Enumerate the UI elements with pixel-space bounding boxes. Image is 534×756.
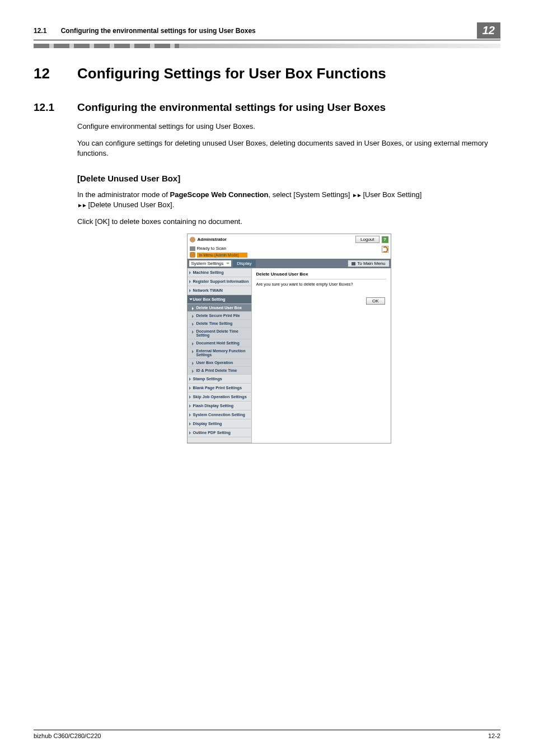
sidebar-subitem[interactable]: Document Hold Setting: [188, 339, 251, 347]
user-icon: [190, 237, 195, 242]
chapter-badge: 12: [477, 22, 500, 39]
sidebar-item[interactable]: Flash Display Setting: [188, 402, 251, 410]
paragraph-1: Configure environmental settings for usi…: [77, 122, 500, 132]
shot-topbar: Administrator Logout ?: [188, 234, 391, 245]
sidebar-item[interactable]: Outline PDF Setting: [188, 428, 251, 437]
sidebar-item-expanded[interactable]: User Box Setting: [188, 295, 251, 304]
footer-model: bizhub C360/C280/C220: [34, 732, 101, 739]
content-text: Are you sure you want to delete empty Us…: [256, 282, 386, 287]
subheading: [Delete Unused User Box]: [77, 174, 500, 183]
sidebar-item[interactable]: Display Setting: [188, 419, 251, 428]
mode-indicator: In Menu (Admin Mode): [197, 253, 247, 258]
page-footer: bizhub C360/C280/C220 12-2: [34, 730, 500, 739]
status-ready: Ready to Scan: [197, 246, 226, 251]
help-button[interactable]: ?: [382, 236, 388, 243]
section-title: Configuring the environmental settings f…: [77, 101, 386, 113]
logout-button[interactable]: Logout: [355, 236, 379, 243]
sidebar-spacer: [188, 437, 251, 443]
sidebar-item[interactable]: System Connection Setting: [188, 410, 251, 419]
footer-page: 12-2: [488, 732, 500, 739]
printer-icon: [190, 246, 195, 251]
page-header: 12.1 Configuring the environmental setti…: [34, 22, 500, 40]
sidebar-subitem[interactable]: User Box Operation: [188, 359, 251, 367]
admin-label: Administrator: [198, 237, 227, 242]
sidebar-item[interactable]: Network TWAIN: [188, 286, 251, 295]
sidebar-subitem[interactable]: ID & Print Delete Time: [188, 367, 251, 375]
section-heading: 12.1Configuring the environmental settin…: [34, 101, 500, 114]
sidebar-subitem[interactable]: Document Delete Time Setting: [188, 328, 251, 339]
ok-button[interactable]: OK: [366, 297, 385, 305]
menu-icon: [352, 262, 355, 265]
display-button[interactable]: Display: [233, 260, 255, 267]
shot-status-row: Ready to Scan In Menu (Admin Mode): [188, 245, 391, 259]
divider: [256, 279, 386, 279]
to-main-menu-button[interactable]: To Main Menu: [348, 260, 389, 267]
sidebar-subitem[interactable]: Delete Secure Print File: [188, 312, 251, 320]
shot-toolbar: System Settings Display To Main Menu: [188, 259, 391, 268]
paragraph-4: Click [OK] to delete boxes containing no…: [77, 217, 500, 227]
screenshot: Administrator Logout ? Ready to Scan: [187, 234, 391, 444]
sidebar-item[interactable]: Register Support Information: [188, 277, 251, 286]
header-section-num: 12.1: [34, 27, 46, 35]
header-section-title: Configuring the environmental settings f…: [61, 27, 256, 35]
arrow-icon: ►►: [77, 202, 86, 208]
chapter-title: Configuring Settings for User Box Functi…: [77, 65, 386, 82]
paragraph-2: You can configure settings for deleting …: [77, 138, 500, 158]
sidebar-subitem[interactable]: Delete Time Setting: [188, 320, 251, 328]
shot-content: Delete Unused User Box Are you sure you …: [252, 268, 391, 443]
arrow-icon: ►►: [352, 192, 361, 198]
section-number: 12.1: [34, 101, 77, 114]
chapter-heading: 12Configuring Settings for User Box Func…: [34, 65, 500, 82]
sidebar-item[interactable]: Machine Setting: [188, 268, 251, 277]
warning-icon: [190, 252, 195, 258]
sidebar-item[interactable]: Skip Job Operation Settings: [188, 393, 251, 402]
sidebar-subitem[interactable]: External Memory Function Settings: [188, 347, 251, 359]
to-main-label: To Main Menu: [357, 261, 385, 266]
content-title: Delete Unused User Box: [256, 272, 386, 277]
chapter-number: 12: [34, 65, 77, 82]
refresh-button[interactable]: [382, 246, 388, 253]
sidebar-item[interactable]: Stamp Settings: [188, 375, 251, 384]
category-dropdown[interactable]: System Settings: [189, 260, 232, 267]
sidebar-subitem-active[interactable]: Delete Unused User Box: [188, 304, 251, 312]
paragraph-3: In the administrator mode of PageScope W…: [77, 190, 500, 210]
decorative-hatch: [34, 44, 500, 48]
shot-sidebar: Machine Setting Register Support Informa…: [188, 268, 252, 443]
admin-indicator: Administrator: [190, 237, 227, 242]
header-title: 12.1 Configuring the environmental setti…: [34, 27, 256, 35]
sidebar-item[interactable]: Blank Page Print Settings: [188, 384, 251, 393]
